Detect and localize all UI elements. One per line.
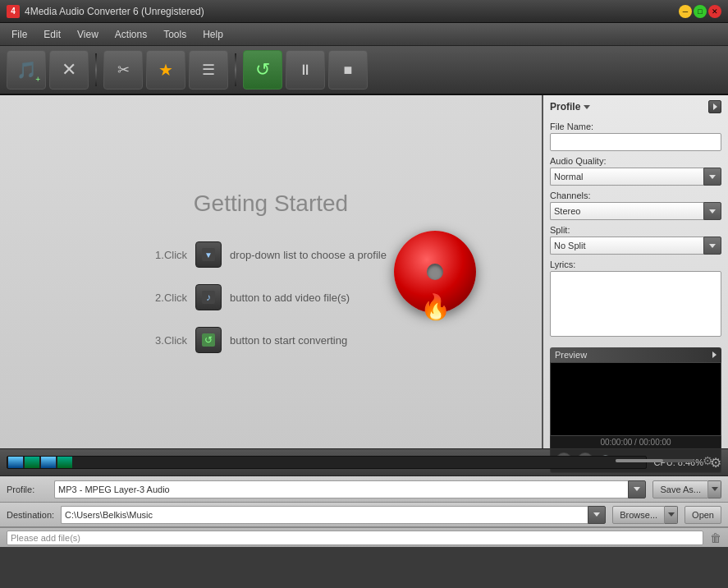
minimize-button[interactable]: ─ [679,5,692,18]
instruction-2: 2.Click ♪ button to add video file(s) [155,284,387,310]
status-text: Please add file(s) [7,531,703,545]
instruction-icon-3: ↺ [195,327,222,353]
channels-field-group: Channels: Stereo [550,191,721,220]
instruction-number-1: 1.Click [155,249,187,261]
profile-dropdown-arrow [584,105,590,109]
instruction-text-2: button to add video file(s) [230,292,350,304]
app-title: 4Media Audio Converter 6 (Unregistered) [25,6,679,17]
settings-icon[interactable]: ⚙ [710,455,721,471]
profile-combo: MP3 - MPEG Layer-3 Audio [54,480,646,498]
instruction-icon-2: ♪ [195,284,222,310]
profile-row: Profile: MP3 - MPEG Layer-3 Audio Save A… [0,476,728,503]
progress-segment-2 [25,457,39,468]
lyrics-textarea[interactable] [550,271,721,337]
toolbar-separator-1 [95,53,97,86]
toolbar: 🎵 + ✕ ✂ ★ ☰ ↺ ⏸ ■ [0,46,728,95]
remove-icon: ✕ [62,59,76,80]
expand-arrow-icon [713,103,717,110]
lyrics-label: Lyrics: [550,260,721,269]
instruction-1: 1.Click ▼ drop-down list to choose a pro… [155,241,387,268]
destination-row: Destination: C:\Users\Belkis\Music Brows… [0,503,728,527]
preview-expand-icon [712,351,717,358]
add-badge: + [35,75,40,84]
profile-icon: ☰ [202,61,215,79]
browse-dropdown-btn[interactable] [665,506,678,524]
file-name-label: File Name: [550,122,721,131]
pause-button[interactable]: ⏸ [286,50,325,90]
getting-started-title: Getting Started [194,191,348,217]
audio-quality-value: Normal [550,168,703,186]
menu-help[interactable]: Help [195,25,231,44]
svg-text:▼: ▼ [204,250,213,260]
instruction-text-1: drop-down list to choose a profile [230,249,387,261]
split-value: No Split [550,237,703,255]
status-bar: Please add file(s) 🗑 [0,527,728,547]
preview-section: Preview 00:00:00 / 00:00:00 ▶ ■ 🔊 ⚙ [550,347,721,473]
split-dropdown[interactable]: No Split [550,237,721,255]
file-name-input[interactable] [550,133,721,151]
window-controls: ─ □ ✕ [679,5,721,18]
title-bar: 4 4Media Audio Converter 6 (Unregistered… [0,0,728,23]
cut-button[interactable]: ✂ [103,50,143,90]
flame-icon: 🔥 [420,292,451,321]
menu-file[interactable]: File [3,25,35,44]
toolbar-separator-2 [235,53,236,86]
menu-bar: File Edit View Actions Tools Help [0,23,728,46]
profile-header: Profile [550,100,721,113]
file-name-field-group: File Name: [550,122,721,151]
convert-icon: ↺ [255,59,270,80]
channels-dropdown[interactable]: Stereo [550,202,721,220]
save-as-button[interactable]: Save As... [652,480,708,498]
dropdown-arrow-icon [709,244,716,248]
favorite-button[interactable]: ★ [146,50,185,90]
profile-combo-dropdown-btn[interactable] [628,480,646,498]
lyrics-field-group: Lyrics: [550,260,721,339]
save-as-dropdown-btn[interactable] [708,480,721,498]
svg-text:↺: ↺ [204,334,213,346]
profile-row-label: Profile: [7,485,48,494]
channels-label: Channels: [550,191,721,200]
destination-combo-btn[interactable] [588,506,606,524]
convert-button[interactable]: ↺ [243,50,282,90]
preview-video [550,362,721,436]
profile-button[interactable]: ☰ [189,50,228,90]
profile-expand-button[interactable] [708,100,721,113]
split-dropdown-btn[interactable] [703,237,721,255]
open-button[interactable]: Open [685,506,721,524]
progress-track [7,456,647,469]
progress-segment-3 [41,457,56,468]
profile-combo-value: MP3 - MPEG Layer-3 Audio [54,480,628,498]
remove-button[interactable]: ✕ [49,50,89,90]
add-button[interactable]: 🎵 + [7,50,46,90]
audio-quality-dropdown-btn[interactable] [703,168,721,186]
stop-button[interactable]: ■ [328,50,368,90]
audio-quality-dropdown[interactable]: Normal [550,168,721,186]
destination-label: Destination: [7,510,54,520]
save-as-group: Save As... [652,480,721,498]
dropdown-arrow-icon [709,175,716,179]
split-label: Split: [550,225,721,235]
preview-header: Preview [550,347,721,362]
maximize-button[interactable]: □ [694,5,707,18]
menu-view[interactable]: View [69,25,107,44]
cd-hole [427,264,443,280]
stop-icon: ■ [344,62,353,79]
cut-icon: ✂ [117,61,130,79]
audio-quality-field-group: Audio Quality: Normal [550,156,721,186]
volume-slider[interactable] [616,459,694,462]
browse-group: Browse... [612,506,678,524]
delete-icon[interactable]: 🗑 [710,531,721,544]
save-dropdown-arrow [712,487,718,491]
browse-button[interactable]: Browse... [612,506,665,524]
menu-tools[interactable]: Tools [155,25,195,44]
instruction-list: 1.Click ▼ drop-down list to choose a pro… [155,241,387,353]
combo-arrow-icon [634,487,640,491]
menu-actions[interactable]: Actions [107,25,155,44]
close-button[interactable]: ✕ [708,5,721,18]
menu-edit[interactable]: Edit [35,25,69,44]
dropdown-arrow-icon [709,209,716,214]
channels-dropdown-btn[interactable] [703,202,721,220]
star-icon: ★ [158,60,173,80]
svg-text:♪: ♪ [206,292,211,303]
instruction-text-3: button to start converting [230,334,347,347]
